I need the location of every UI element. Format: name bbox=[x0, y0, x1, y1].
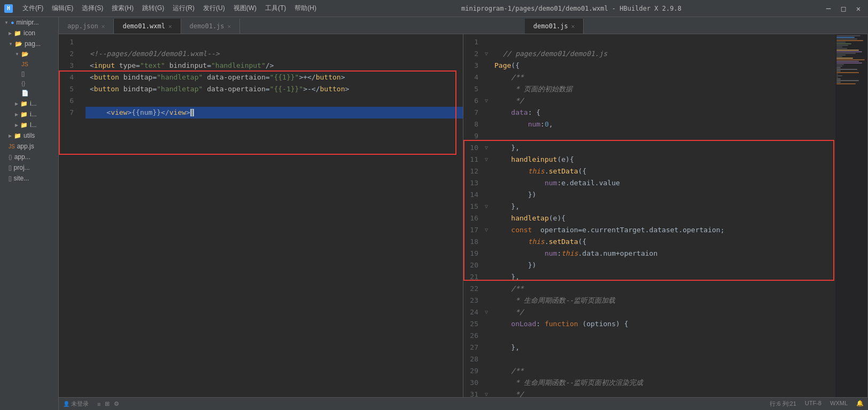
folder-icon-5: 📁 bbox=[14, 132, 21, 139]
close-button[interactable]: ✕ bbox=[853, 3, 864, 14]
right-editor-wrapper: 1 2 3 4 5 6 7 8 9 10 11 12 13 14 bbox=[463, 34, 867, 397]
rcode-14: }, bbox=[494, 202, 520, 210]
left-editor-wrapper: 1 2 3 4 5 6 7 bbox=[59, 34, 463, 397]
menu-tools[interactable]: 工具(T) bbox=[262, 3, 289, 14]
bracket-file-icon: [] bbox=[21, 70, 25, 77]
menu-select[interactable]: 选择(S) bbox=[79, 3, 106, 14]
login-label: 未登录 bbox=[71, 400, 89, 407]
minimap-line bbox=[836, 46, 842, 48]
sidebar-item-utils[interactable]: ▶ 📁 utils bbox=[0, 130, 58, 141]
json-icon: {} bbox=[9, 154, 12, 160]
code-line-6: <view>{{num}}</view>| bbox=[86, 107, 463, 119]
sidebar-item-appjson[interactable]: {} app... bbox=[0, 152, 58, 162]
sitemap-icon: [] bbox=[9, 176, 12, 182]
tab-demo01js-right[interactable]: demo01.js ✕ bbox=[525, 19, 584, 34]
tab-close-appjson[interactable]: ✕ bbox=[102, 23, 105, 30]
minimap-line bbox=[836, 64, 844, 65]
sidebar-item-project[interactable]: [] proj... bbox=[0, 162, 58, 173]
menu-view[interactable]: 视图(W) bbox=[230, 3, 260, 14]
chevron-down-icon: ▼ bbox=[4, 20, 9, 25]
menu-edit[interactable]: 编辑(E) bbox=[49, 3, 76, 14]
minimap-line bbox=[836, 78, 841, 80]
cursor-position: 行:6 列:21 bbox=[770, 400, 796, 408]
minimap-line bbox=[836, 72, 859, 73]
minimize-button[interactable]: ─ bbox=[823, 3, 834, 14]
status-login[interactable]: 👤 未登录 bbox=[63, 400, 89, 408]
tab-appjson[interactable]: app.json ✕ bbox=[59, 19, 114, 34]
rcode-29: * 生命周期函数--监听页面初次渲染完成 bbox=[494, 379, 643, 387]
chevron-right-icon-3: ▶ bbox=[15, 112, 18, 117]
sidebar-item-appjs[interactable]: JS app.js bbox=[0, 141, 58, 152]
editors-container: 1 2 3 4 5 6 7 bbox=[59, 34, 868, 397]
sidebar-item-pages[interactable]: ▼ 📂 pag... bbox=[0, 38, 58, 49]
js-icon: JS bbox=[9, 144, 15, 149]
rcode-6: data: { bbox=[494, 108, 540, 116]
minimap-line bbox=[836, 40, 863, 41]
minimap-line bbox=[836, 82, 841, 83]
project-file-icon: [] bbox=[9, 165, 12, 171]
right-code-content[interactable]: // pages/demo01/demo01.js Page({ /** * 页… bbox=[490, 34, 835, 397]
rcode-2: Page({ bbox=[494, 61, 520, 69]
tab-close-demo01wxml[interactable]: ✕ bbox=[168, 23, 172, 30]
chevron-right-icon-2: ▶ bbox=[15, 101, 18, 106]
sidebar-item-icon[interactable]: ▶ 📁 icon bbox=[0, 28, 58, 38]
menu-publish[interactable]: 发行(U) bbox=[200, 3, 228, 14]
minimap-line bbox=[836, 43, 851, 44]
rcode-4: * 页面的初始数据 bbox=[494, 85, 572, 93]
list-icon[interactable]: ≡ bbox=[97, 401, 100, 407]
minimap-line bbox=[836, 50, 859, 51]
titlebar-left: H 文件(F) 编辑(E) 选择(S) 搜索(H) 跳转(G) 运行(R) 发行… bbox=[4, 3, 320, 14]
sidebar-item-i2[interactable]: ▶ 📁 i... bbox=[0, 109, 58, 120]
minimap-line bbox=[836, 75, 842, 76]
folder-icon-3: 📁 bbox=[20, 111, 28, 118]
menu-file[interactable]: 文件(F) bbox=[19, 3, 46, 14]
sidebar-label-utils: utils bbox=[24, 132, 35, 139]
rcode-18: num:this.data.num+opertaion bbox=[494, 249, 657, 257]
sidebar-label-l: l... bbox=[30, 121, 37, 129]
sidebar-item-l[interactable]: ▶ 📁 l... bbox=[0, 120, 58, 130]
rcode-28: /** bbox=[494, 367, 524, 375]
rcode-16: const opertaion=e.currentTarget.dataset.… bbox=[494, 226, 724, 234]
curly-file-icon: {} bbox=[21, 80, 25, 86]
menu-help[interactable]: 帮助(H) bbox=[291, 3, 320, 14]
sidebar-item-demo01-curly[interactable]: {} bbox=[0, 78, 58, 88]
sidebar-item-sitemap[interactable]: [] site... bbox=[0, 173, 58, 184]
code-line-3: <button bindtap="handletap" data-opertai… bbox=[90, 73, 345, 81]
sidebar: ▼ ● minipr... ▶ 📁 icon ▼ 📂 pag... ▼ 📂 JS… bbox=[0, 17, 59, 410]
tab-close-demo01js-left[interactable]: ✕ bbox=[228, 23, 231, 30]
titlebar: H 文件(F) 编辑(E) 选择(S) 搜索(H) 跳转(G) 运行(R) 发行… bbox=[0, 0, 868, 17]
rcode-30: */ bbox=[494, 390, 524, 397]
menu-search[interactable]: 搜索(H) bbox=[108, 3, 137, 14]
js-file-icon: JS bbox=[21, 61, 28, 67]
chevron-right-icon-5: ▶ bbox=[9, 133, 12, 138]
menu-run[interactable]: 运行(R) bbox=[169, 3, 198, 14]
grid-icon[interactable]: ⊞ bbox=[105, 400, 110, 407]
maximize-button[interactable]: □ bbox=[838, 3, 849, 14]
settings-icon[interactable]: ⚙ bbox=[114, 400, 119, 407]
rcode-17: this.setData({ bbox=[494, 238, 586, 246]
sidebar-item-i1[interactable]: ▶ 📁 i... bbox=[0, 98, 58, 109]
rcode-3: /** bbox=[494, 73, 524, 81]
sidebar-item-demo01-bracket[interactable]: [] bbox=[0, 69, 58, 78]
encoding: UTF-8 bbox=[805, 400, 821, 408]
sidebar-label-appjson: app... bbox=[14, 153, 30, 161]
status-right: 行:6 列:21 UTF-8 WXML 🔔 bbox=[770, 400, 864, 408]
sidebar-item-demo01-wxml[interactable]: 📄 bbox=[0, 88, 58, 98]
titlebar-menus: 文件(F) 编辑(E) 选择(S) 搜索(H) 跳转(G) 运行(R) 发行(U… bbox=[19, 3, 320, 14]
minimap-line bbox=[836, 59, 865, 60]
sidebar-item-miniprogram[interactable]: ▼ ● minipr... bbox=[0, 17, 58, 28]
tab-demo01wxml[interactable]: demo01.wxml ✕ bbox=[114, 19, 181, 34]
minimap-line bbox=[836, 62, 862, 64]
left-line-numbers: 1 2 3 4 5 6 7 bbox=[59, 34, 78, 397]
tab-close-demo01js-right[interactable]: ✕ bbox=[571, 23, 575, 30]
sidebar-item-demo01-folder[interactable]: ▼ 📂 bbox=[0, 49, 58, 59]
minimap-line bbox=[836, 42, 846, 43]
sidebar-label-pages: pag... bbox=[25, 40, 41, 48]
menu-goto[interactable]: 跳转(G) bbox=[139, 3, 167, 14]
left-code-content[interactable]: <!--pages/demo01/demo01.wxml--> <input t… bbox=[86, 34, 463, 397]
chevron-right-icon: ▶ bbox=[9, 31, 12, 36]
tab-demo01js-left[interactable]: demo01.js ✕ bbox=[181, 19, 241, 34]
notification-icon[interactable]: 🔔 bbox=[856, 400, 864, 408]
sidebar-item-demo01-js[interactable]: JS bbox=[0, 59, 58, 69]
project-icon: ● bbox=[11, 19, 14, 26]
